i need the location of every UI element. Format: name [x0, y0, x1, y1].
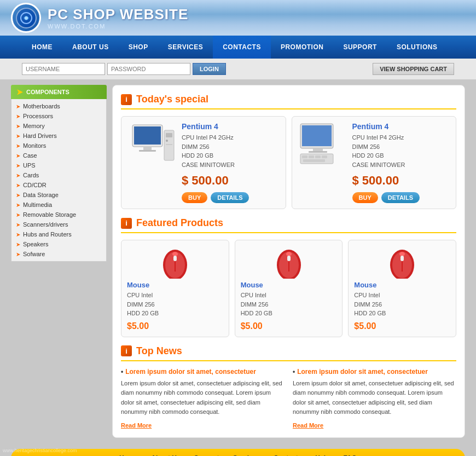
sidebar-label: Data Storage [23, 192, 59, 198]
svg-rect-18 [322, 155, 327, 158]
svg-rect-11 [302, 125, 332, 146]
sidebar-item-scanners[interactable]: ➤ Scanners/drivers [11, 220, 106, 229]
sidebar-item-memory[interactable]: ➤ Memory [11, 121, 106, 131]
sidebar-item-case[interactable]: ➤ Case [11, 151, 106, 160]
arrow-icon: ➤ [16, 212, 20, 218]
featured-name-3: Mouse [354, 281, 450, 289]
product-card-1: Pentium 4 CPU Intel P4 2GHzDIMM 256HDD 2… [121, 116, 286, 209]
sidebar-item-cdcdr[interactable]: ➤ CD/CDR [11, 180, 106, 190]
sidebar-label: Motherboards [23, 103, 60, 109]
product-info-2: Pentium 4 CPU Intel P4 2GHzDIMM 256HDD 2… [352, 122, 451, 203]
featured-specs-1: CPU IntelDIMM 256HDD 20 GB [127, 291, 223, 318]
nav-contacts[interactable]: CONTACTS [213, 36, 271, 59]
sidebar-item-multimedia[interactable]: ➤ Multimedia [11, 200, 106, 210]
svg-rect-7 [166, 133, 172, 137]
sidebar-item-speakers[interactable]: ➤ Speakers [11, 239, 106, 249]
nav-shop[interactable]: SHOP [119, 36, 158, 59]
svg-rect-17 [315, 155, 321, 158]
site-subtitle: WWW.DOT.COM [48, 23, 188, 30]
svg-point-33 [399, 252, 405, 256]
news-item-2: Lorem ipsum dolor sit amet, consectetuer… [293, 368, 456, 429]
arrow-icon: ➤ [16, 202, 20, 208]
sidebar-item-cards[interactable]: ➤ Cards [11, 170, 106, 180]
sidebar-title: COMPONENTS [26, 89, 69, 95]
news-body-2: Lorem ipsum dolor sit amet, consectetuer… [293, 379, 456, 417]
product-buttons-1: BUY DETAILS [182, 192, 280, 203]
details-button-1[interactable]: DETAILS [211, 192, 249, 203]
sidebar-item-monitors[interactable]: ➤ Monitors [11, 141, 106, 151]
svg-point-8 [166, 140, 168, 142]
arrow-icon: ➤ [16, 143, 20, 149]
featured-card-2: Mouse CPU IntelDIMM 256HDD 20 GB $5.00 [235, 240, 343, 337]
svg-rect-29 [287, 256, 291, 261]
arrow-icon: ➤ [16, 133, 20, 139]
site-name: PC SHOP WEBSITE [48, 6, 188, 23]
sidebar-label: Hubs and Routers [23, 231, 72, 238]
sidebar-label: Monitors [23, 142, 46, 149]
nav-home[interactable]: HOME [22, 36, 62, 59]
product-price-2: $ 500.00 [352, 174, 451, 188]
nav-about[interactable]: ABOUT US [62, 36, 119, 59]
sidebar-item-hubs-routers[interactable]: ➤ Hubs and Routers [11, 229, 106, 239]
nav-promotion[interactable]: PROMOTION [271, 36, 334, 59]
sidebar-item-data-storage[interactable]: ➤ Data Storage [11, 190, 106, 200]
read-more-1[interactable]: Read More [121, 422, 152, 429]
login-button[interactable]: LOGIN [193, 63, 226, 75]
featured-price-1: $5.00 [127, 321, 223, 331]
read-more-2[interactable]: Read More [293, 422, 323, 429]
sidebar-header: ➤ COMPONENTS [11, 85, 107, 99]
sidebar-item-motherboards[interactable]: ➤ Motherboards [11, 101, 106, 111]
site-title: PC SHOP WEBSITE WWW.DOT.COM [48, 6, 188, 30]
buy-button-1[interactable]: BUY [182, 192, 207, 203]
product-price-1: $ 500.00 [182, 174, 280, 188]
main-content: ➤ COMPONENTS ➤ Motherboards ➤ Processors… [0, 79, 476, 443]
featured-info-icon: i [121, 218, 132, 229]
buy-button-2[interactable]: BUY [352, 192, 378, 203]
arrow-icon: ➤ [16, 222, 20, 228]
featured-image-1 [156, 246, 194, 279]
svg-rect-14 [300, 154, 333, 164]
product-info-1: Pentium 4 CPU Intel P4 2GHzDIMM 256HDD 2… [182, 122, 280, 203]
featured-image-2 [270, 246, 308, 279]
sidebar-menu: ➤ Motherboards ➤ Processors ➤ Memory ➤ H… [11, 99, 107, 262]
logo-circle [11, 3, 41, 33]
watermark: www.heritagechristiancollege.com [3, 448, 77, 453]
featured-info-1: Mouse CPU IntelDIMM 256HDD 20 GB $5.00 [127, 281, 223, 331]
sidebar-label: Scanners/drivers [23, 221, 68, 228]
username-input[interactable] [22, 63, 105, 75]
arrow-icon: ➤ [16, 113, 20, 119]
view-cart-button[interactable]: VIEW SHOPPING CART [373, 63, 454, 75]
sidebar-item-processors[interactable]: ➤ Processors [11, 111, 106, 121]
svg-rect-24 [173, 256, 177, 261]
sidebar-item-removable-storage[interactable]: ➤ Removable Storage [11, 210, 106, 220]
sidebar-item-hard-drivers[interactable]: ➤ Hard Drivers [11, 131, 106, 141]
details-button-2[interactable]: DETAILS [381, 192, 420, 203]
sidebar-item-sofware[interactable]: ➤ Sofware [11, 249, 106, 259]
arrow-icon: ➤ [16, 182, 20, 188]
sidebar-label: Hard Drivers [23, 132, 57, 139]
sidebar-item-ups[interactable]: ➤ UPS [11, 160, 106, 170]
sidebar-label: CD/CDR [23, 182, 47, 188]
nav-solutions[interactable]: SOLUTIONS [387, 36, 448, 59]
svg-point-28 [286, 252, 292, 256]
arrow-icon: ➤ [16, 232, 20, 238]
password-input[interactable] [107, 63, 190, 75]
sidebar-label: Memory [23, 123, 45, 129]
product-name-1: Pentium 4 [182, 122, 280, 131]
sidebar-arrow-icon: ➤ [16, 88, 23, 96]
svg-point-23 [172, 252, 178, 256]
arrow-icon: ➤ [16, 163, 20, 169]
nav-services[interactable]: SERVICES [158, 36, 213, 59]
nav-support[interactable]: SUPPORT [333, 36, 387, 59]
product-name-2: Pentium 4 [352, 122, 451, 131]
featured-name-1: Mouse [127, 281, 223, 289]
sidebar-label: Cards [23, 172, 39, 178]
sidebar-label: Speakers [23, 241, 48, 247]
svg-rect-34 [400, 256, 404, 261]
featured-name-2: Mouse [241, 281, 337, 289]
svg-rect-12 [313, 148, 323, 151]
sidebar-label: Processors [23, 113, 53, 119]
todays-special-title: Today's special [136, 94, 208, 105]
svg-rect-15 [302, 155, 307, 158]
todays-special-header: i Today's special [121, 94, 456, 109]
